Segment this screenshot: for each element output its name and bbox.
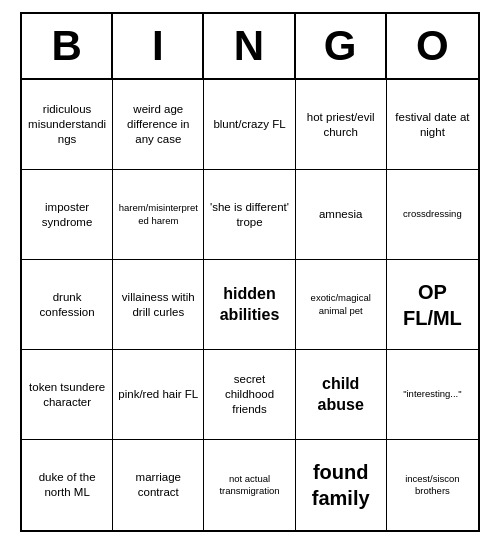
header-o: O — [387, 14, 478, 78]
bingo-cell-0[interactable]: ridiculous misunderstandings — [22, 80, 113, 170]
bingo-cell-1[interactable]: weird age difference in any case — [113, 80, 204, 170]
bingo-cell-10[interactable]: drunk confession — [22, 260, 113, 350]
bingo-cell-17[interactable]: secret childhood friends — [204, 350, 295, 440]
bingo-grid: ridiculous misunderstandingsweird age di… — [22, 80, 478, 530]
bingo-cell-22[interactable]: not actual transmigration — [204, 440, 295, 530]
bingo-cell-4[interactable]: festival date at night — [387, 80, 478, 170]
bingo-cell-9[interactable]: crossdressing — [387, 170, 478, 260]
bingo-cell-23[interactable]: found family — [296, 440, 387, 530]
bingo-cell-5[interactable]: imposter syndrome — [22, 170, 113, 260]
bingo-cell-7[interactable]: 'she is different' trope — [204, 170, 295, 260]
header-b: B — [22, 14, 113, 78]
bingo-cell-15[interactable]: token tsundere character — [22, 350, 113, 440]
bingo-cell-14[interactable]: OP FL/ML — [387, 260, 478, 350]
bingo-cell-3[interactable]: hot priest/evil church — [296, 80, 387, 170]
header-g: G — [296, 14, 387, 78]
bingo-cell-18[interactable]: child abuse — [296, 350, 387, 440]
bingo-cell-20[interactable]: duke of the north ML — [22, 440, 113, 530]
bingo-cell-2[interactable]: blunt/crazy FL — [204, 80, 295, 170]
bingo-card: B I N G O ridiculous misunderstandingswe… — [20, 12, 480, 532]
bingo-cell-24[interactable]: incest/siscon brothers — [387, 440, 478, 530]
bingo-cell-16[interactable]: pink/red hair FL — [113, 350, 204, 440]
bingo-cell-11[interactable]: villainess witih drill curles — [113, 260, 204, 350]
header-i: I — [113, 14, 204, 78]
bingo-header: B I N G O — [22, 14, 478, 80]
bingo-cell-12[interactable]: hidden abilities — [204, 260, 295, 350]
bingo-cell-8[interactable]: amnesia — [296, 170, 387, 260]
bingo-cell-21[interactable]: marriage contract — [113, 440, 204, 530]
bingo-cell-13[interactable]: exotic/magical animal pet — [296, 260, 387, 350]
header-n: N — [204, 14, 295, 78]
bingo-cell-19[interactable]: "interesting..." — [387, 350, 478, 440]
bingo-cell-6[interactable]: harem/misinterpreted harem — [113, 170, 204, 260]
